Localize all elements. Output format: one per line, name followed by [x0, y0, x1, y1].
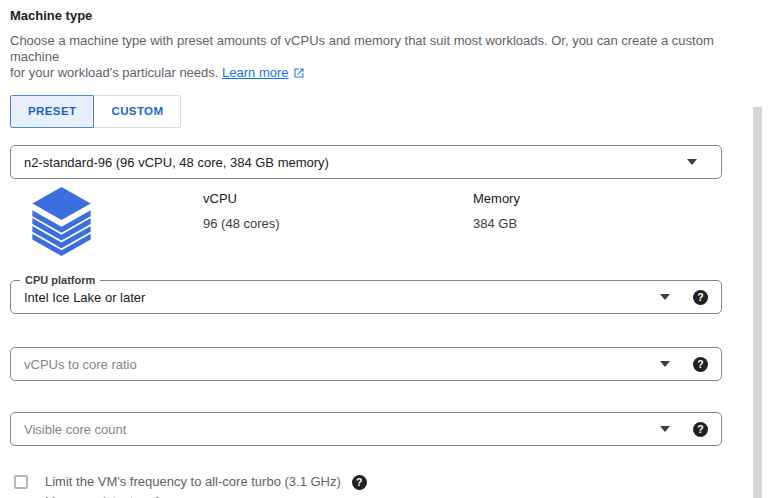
learn-more-link[interactable]: Learn more	[222, 65, 304, 80]
vcpu-ratio-select[interactable]: vCPUs to core ratio ?	[10, 347, 722, 381]
select-controls: ?	[660, 422, 721, 437]
memory-value: 384 GB	[473, 216, 673, 231]
open-in-new-icon	[293, 67, 305, 79]
chevron-down-icon	[660, 426, 670, 432]
vcpu-summary: vCPU 96 (48 cores)	[203, 187, 473, 231]
machine-type-select[interactable]: n2-standard-96 (96 vCPU, 48 core, 384 GB…	[10, 145, 722, 179]
help-icon[interactable]: ?	[693, 422, 708, 437]
visible-core-placeholder: Visible core count	[24, 422, 126, 437]
section-description: Choose a machine type with preset amount…	[10, 33, 720, 81]
select-controls: ?	[660, 290, 721, 305]
select-controls: ?	[660, 357, 721, 372]
help-icon[interactable]: ?	[352, 475, 367, 490]
chevron-down-icon	[660, 361, 670, 367]
machine-type-section: Machine type Choose a machine type with …	[0, 0, 781, 498]
cpu-platform-label: CPU platform	[20, 273, 100, 288]
machine-summary: vCPU 96 (48 cores) Memory 384 GB	[10, 187, 781, 257]
help-icon[interactable]: ?	[693, 290, 708, 305]
machine-type-value: n2-standard-96 (96 vCPU, 48 core, 384 GB…	[24, 155, 329, 170]
description-line-2: for your workload's particular needs.	[10, 65, 218, 80]
layers-stack-icon	[30, 187, 93, 257]
turbo-limit-label: Limit the VM's frequency to all-core tur…	[45, 474, 341, 490]
memory-label: Memory	[473, 191, 673, 206]
custom-tab[interactable]: CUSTOM	[93, 95, 181, 128]
vcpu-label: vCPU	[203, 191, 473, 206]
chevron-down-icon	[687, 159, 697, 165]
vcpu-value: 96 (48 cores)	[203, 216, 473, 231]
turbo-limit-text: Limit the VM's frequency to all-core tur…	[45, 474, 367, 498]
visible-core-count-select[interactable]: Visible core count ?	[10, 412, 722, 446]
machine-type-mode-toggle: PRESET CUSTOM	[10, 95, 781, 128]
description-line-1: Choose a machine type with preset amount…	[10, 33, 714, 64]
learn-more-label: Learn more	[222, 65, 288, 80]
preset-tab[interactable]: PRESET	[10, 95, 94, 128]
select-controls	[687, 159, 721, 165]
section-title: Machine type	[10, 8, 781, 24]
vcpu-ratio-placeholder: vCPUs to core ratio	[24, 357, 137, 372]
cpu-platform-value: Intel Ice Lake or later	[24, 290, 145, 305]
vertical-scrollbar[interactable]	[753, 107, 762, 498]
turbo-limit-checkbox[interactable]	[14, 475, 28, 489]
memory-summary: Memory 384 GB	[473, 187, 673, 231]
help-icon[interactable]: ?	[693, 357, 708, 372]
turbo-limit-row: Limit the VM's frequency to all-core tur…	[14, 474, 781, 498]
cpu-platform-select[interactable]: CPU platform Intel Ice Lake or later ?	[10, 280, 722, 314]
chevron-down-icon	[660, 294, 670, 300]
